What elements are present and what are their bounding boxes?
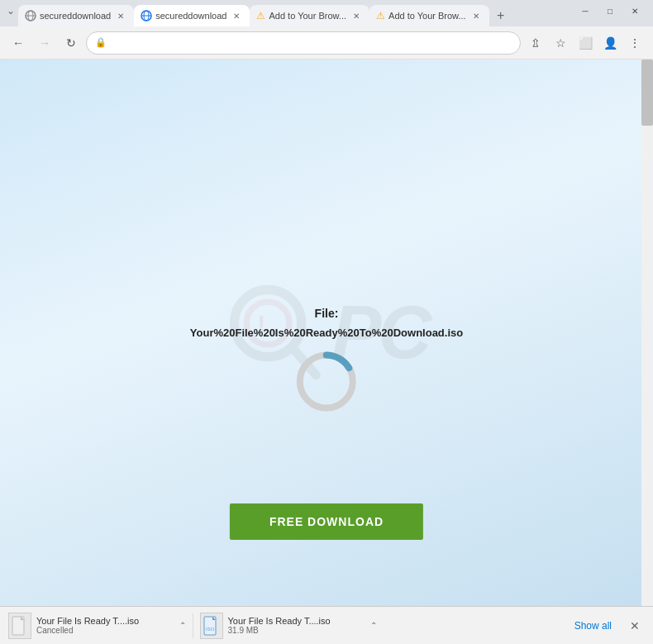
new-tab-button[interactable]: + [489, 5, 512, 26]
tab-group-button[interactable]: ⬜ [574, 31, 597, 55]
tab-1[interactable]: secureddownload ✕ [18, 5, 134, 26]
tab2-favicon-icon [141, 10, 152, 21]
refresh-icon: ↻ [66, 36, 76, 50]
scrollbar-thumb[interactable] [641, 60, 653, 126]
toolbar-icons: ⇫ ☆ ⬜ 👤 ⋮ [524, 31, 646, 55]
download1-status: Cancelled [36, 626, 174, 635]
back-icon: ← [12, 36, 24, 50]
refresh-button[interactable]: ↻ [60, 31, 83, 55]
file-name: Your%20File%20Is%20Ready%20To%20Download… [190, 326, 463, 338]
toolbar: ← → ↻ 🔒 ⇫ ☆ ⬜ 👤 ⋮ [0, 26, 653, 60]
tabs-area: secureddownload ✕ secureddownload ✕ ⚠ [18, 0, 574, 26]
file-label: File: [315, 306, 339, 319]
minimize-icon: ─ [582, 7, 588, 16]
tab2-close-icon[interactable]: ✕ [230, 9, 243, 22]
close-button[interactable]: ✕ [623, 3, 646, 18]
star-icon: ☆ [555, 36, 566, 50]
download1-file-icon [8, 613, 31, 639]
download-item-divider [193, 613, 193, 638]
profile-button[interactable]: 👤 [598, 31, 622, 55]
share-icon: ⇫ [531, 36, 541, 50]
title-bar: ⌄ secureddownload ✕ [0, 0, 653, 26]
tab-2[interactable]: secureddownload ✕ [134, 5, 250, 26]
address-bar[interactable]: 🔒 [86, 31, 521, 55]
download-item-1: Your File Is Ready T....iso Cancelled ⌃ [8, 613, 186, 639]
page-content: ! PC File: Your%20File%20Is%20Ready%20To… [0, 60, 653, 606]
tab-4[interactable]: ⚠ Add to Your Brow... ✕ [369, 5, 489, 26]
tab-3[interactable]: ⚠ Add to Your Brow... ✕ [250, 5, 369, 26]
download2-filename: Your File Is Ready T....iso [228, 616, 352, 626]
back-button[interactable]: ← [7, 31, 30, 55]
forward-icon: → [39, 36, 50, 50]
download-item-2: ISO Your File Is Ready T....iso 31.9 MB … [200, 613, 378, 639]
download2-info: Your File Is Ready T....iso 31.9 MB [228, 616, 366, 635]
download-bar-close-button[interactable]: ✕ [625, 616, 645, 636]
download2-file-icon: ISO [200, 613, 223, 639]
tab2-title: secureddownload [155, 11, 226, 21]
share-button[interactable]: ⇫ [524, 31, 547, 55]
download-bar-close-icon: ✕ [630, 619, 640, 632]
bookmark-button[interactable]: ☆ [549, 31, 572, 55]
download2-status: 31.9 MB [228, 626, 366, 635]
tab4-warning-icon: ⚠ [376, 10, 385, 21]
tab1-title: secureddownload [40, 11, 111, 21]
download1-info: Your File Is Ready T....iso Cancelled [36, 616, 174, 635]
download1-chevron-icon[interactable]: ⌃ [179, 621, 186, 630]
tab1-close-icon[interactable]: ✕ [114, 9, 127, 22]
tab3-close-icon[interactable]: ✕ [350, 9, 363, 22]
circular-progress [293, 348, 360, 414]
profile-icon: 👤 [603, 36, 617, 50]
show-all-button[interactable]: Show all [568, 617, 618, 635]
close-icon: ✕ [632, 7, 638, 16]
free-download-button[interactable]: FREE DOWNLOAD [230, 503, 423, 540]
new-tab-icon: + [497, 8, 504, 23]
forward-button[interactable]: → [33, 31, 56, 55]
download-button-area: FREE DOWNLOAD [230, 503, 423, 540]
svg-text:ISO: ISO [206, 627, 215, 632]
menu-icon: ⋮ [629, 36, 641, 50]
menu-button[interactable]: ⋮ [623, 31, 646, 55]
tab4-title: Add to Your Brow... [388, 11, 466, 21]
tab3-title: Add to Your Brow... [269, 11, 346, 21]
lock-icon: 🔒 [95, 37, 107, 48]
tab-group-icon: ⬜ [579, 36, 593, 50]
tab1-favicon-icon [25, 10, 36, 21]
tab4-close-icon[interactable]: ✕ [469, 9, 483, 22]
tab-scroll-chevron[interactable]: ⌄ [3, 5, 18, 21]
maximize-icon: □ [608, 7, 612, 16]
download-bar: Your File Is Ready T....iso Cancelled ⌃ … [0, 606, 653, 644]
file-info-area: File: Your%20File%20Is%20Ready%20To%20Do… [190, 306, 463, 414]
download1-filename: Your File Is Ready T....iso [36, 616, 160, 626]
maximize-button[interactable]: □ [598, 3, 622, 18]
minimize-button[interactable]: ─ [574, 3, 597, 18]
tab3-warning-icon: ⚠ [256, 10, 265, 21]
browser-window: ⌄ secureddownload ✕ [0, 0, 653, 644]
scrollbar[interactable] [641, 60, 653, 606]
window-controls: ─ □ ✕ [574, 0, 650, 26]
download2-chevron-icon[interactable]: ⌃ [370, 621, 377, 630]
